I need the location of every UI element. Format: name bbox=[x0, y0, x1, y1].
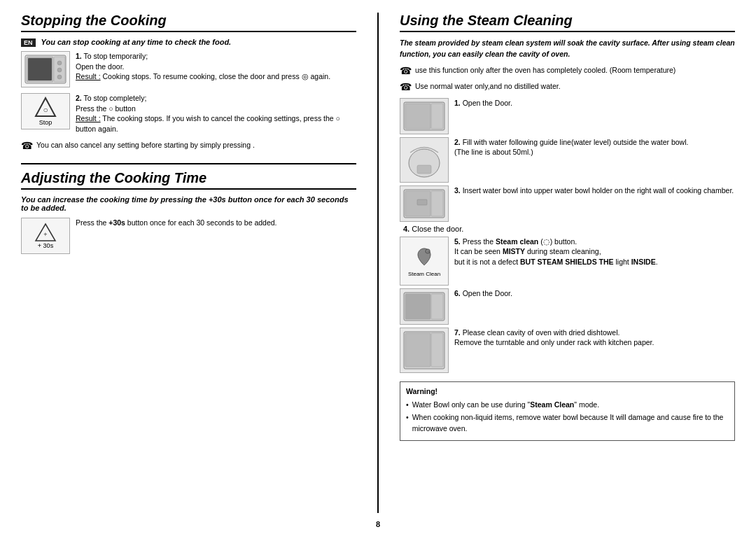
page: Stopping the Cooking EN You can stop coo… bbox=[0, 0, 756, 534]
svg-point-3 bbox=[57, 61, 62, 65]
phone-icon-r1: ☎ bbox=[400, 64, 412, 78]
svg-rect-15 bbox=[417, 165, 431, 174]
stopping-cooking-section: Stopping the Cooking EN You can stop coo… bbox=[21, 13, 356, 156]
step1-num: 1. bbox=[76, 52, 82, 60]
right-step7-text: 7. Please clean cavity of oven with drie… bbox=[454, 328, 735, 348]
plus30-row: + + 30s Press the +30s button once for e… bbox=[21, 218, 356, 254]
step2-row: ○ Stop 2. To stop completely;Press the ○… bbox=[21, 93, 356, 134]
right-step6-image bbox=[400, 288, 449, 325]
result1-label: Result : bbox=[76, 72, 101, 80]
plus30-text: Press the +30s button once for each 30 s… bbox=[76, 218, 356, 228]
plus30-label: + 30s bbox=[38, 242, 53, 249]
right-step3-text: 3. Insert water bowl into upper water bo… bbox=[454, 185, 735, 196]
svg-text:+: + bbox=[427, 249, 429, 253]
warning-item2: • When cooking non-liquid items, remove … bbox=[406, 412, 729, 435]
right-step1-num: 1. bbox=[454, 99, 461, 107]
stop-label: Stop bbox=[39, 119, 52, 126]
svg-rect-6 bbox=[28, 58, 52, 80]
stopping-subtitle: You can stop cooking at any time to chec… bbox=[41, 38, 232, 46]
right-step6: 6. Open the Door. bbox=[400, 288, 735, 325]
svg-rect-27 bbox=[431, 333, 443, 367]
phone-icon-r2: ☎ bbox=[400, 80, 412, 94]
result1-text: Cooking stops. To resume cooking, close … bbox=[103, 72, 331, 80]
adjusting-subtitle: You can increase the cooking time by pre… bbox=[21, 195, 349, 212]
right-step1-label: Open the Door. bbox=[463, 99, 512, 107]
warning-box: Warning! • Water Bowl only can be use du… bbox=[400, 381, 735, 441]
warning1-text: Water Bowl only can be use during "Steam… bbox=[412, 400, 599, 411]
right-step1-image bbox=[400, 98, 449, 134]
warning2-bullet: • bbox=[406, 412, 409, 435]
svg-text:○: ○ bbox=[43, 105, 48, 115]
steam-clean-image: + Steam Clean bbox=[400, 237, 449, 286]
svg-rect-26 bbox=[405, 333, 430, 367]
right-step3: 3. Insert water bowl into upper water bo… bbox=[400, 185, 735, 222]
right-step1-text: 1. Open the Door. bbox=[454, 98, 735, 108]
section-divider bbox=[21, 163, 356, 164]
bullet1-text: You can also cancel any setting before s… bbox=[36, 140, 255, 150]
warning-title: Warning! bbox=[406, 386, 729, 398]
right-bullet1-text: use this function only after the oven ha… bbox=[415, 65, 676, 76]
left-column: Stopping the Cooking EN You can stop coo… bbox=[21, 13, 356, 513]
warning-item1: • Water Bowl only can be use during "Ste… bbox=[406, 400, 729, 411]
result2-label: Result : bbox=[76, 114, 101, 122]
svg-rect-12 bbox=[405, 104, 430, 129]
en-badge: EN bbox=[21, 38, 36, 47]
right-step4-text: Close the door. bbox=[412, 225, 463, 233]
warning1-bullet: • bbox=[406, 400, 409, 411]
svg-rect-13 bbox=[431, 104, 443, 129]
right-step2-num: 2. bbox=[454, 138, 461, 146]
svg-rect-19 bbox=[417, 199, 427, 205]
svg-rect-23 bbox=[405, 294, 430, 319]
svg-text:+: + bbox=[43, 231, 47, 238]
step1-image bbox=[21, 51, 70, 87]
step1-text: 1. To stop temporarily;Open the door. Re… bbox=[76, 51, 356, 82]
right-step7-image bbox=[400, 328, 449, 373]
result2-text: The cooking stops. If you wish to cancel… bbox=[76, 114, 340, 133]
svg-point-4 bbox=[57, 68, 62, 72]
right-step5-text: 5. Press the Steam clean (◌) button. It … bbox=[454, 237, 735, 267]
right-step2-image bbox=[400, 137, 449, 183]
bullet-row: ☎ You can also cancel any setting before… bbox=[21, 140, 356, 153]
right-step7: 7. Please clean cavity of oven with drie… bbox=[400, 328, 735, 373]
step2-text: 2. To stop completely;Press the ○ button… bbox=[76, 93, 356, 134]
stop-image: ○ Stop bbox=[21, 93, 70, 129]
right-step6-label: Open the Door. bbox=[463, 289, 512, 297]
svg-rect-18 bbox=[431, 191, 443, 216]
page-number: 8 bbox=[0, 520, 756, 534]
plus30-image: + + 30s bbox=[21, 218, 70, 254]
stopping-cooking-title: Stopping the Cooking bbox=[21, 13, 356, 32]
step2-num: 2. bbox=[76, 94, 82, 102]
right-step5: + Steam Clean 5. Press the Steam clean (… bbox=[400, 237, 735, 286]
right-step4-num: 4. bbox=[403, 225, 410, 233]
right-column: Using the Steam Cleaning The steam provi… bbox=[400, 13, 735, 513]
right-step6-num: 6. bbox=[454, 289, 461, 297]
right-step3-image bbox=[400, 185, 449, 222]
right-step5-num: 5. bbox=[454, 237, 461, 246]
steam-clean-label: Steam Clean bbox=[408, 271, 440, 278]
warning2-text: When cooking non-liquid items, remove wa… bbox=[412, 412, 729, 435]
svg-rect-24 bbox=[431, 294, 443, 319]
right-bullet2-text: Use normal water only,and no distilled w… bbox=[415, 81, 561, 92]
steam-cleaning-title: Using the Steam Cleaning bbox=[400, 13, 735, 32]
column-divider bbox=[377, 13, 379, 513]
right-bullet2: ☎ Use normal water only,and no distilled… bbox=[400, 81, 735, 94]
right-step2-text: 2. Fill with water following guide line(… bbox=[454, 137, 735, 157]
right-step6-text: 6. Open the Door. bbox=[454, 288, 735, 299]
right-step7-num: 7. bbox=[454, 328, 461, 337]
right-step4: 4. Close the door. bbox=[403, 225, 735, 233]
adjusting-time-section: Adjusting the Cooking Time You can incre… bbox=[21, 170, 356, 260]
step1-row: 1. To stop temporarily;Open the door. Re… bbox=[21, 51, 356, 87]
phone-icon: ☎ bbox=[21, 139, 33, 153]
steam-intro: The steam provided by steam clean system… bbox=[400, 38, 735, 60]
right-step3-num: 3. bbox=[454, 186, 461, 195]
right-bullet1: ☎ use this function only after the oven … bbox=[400, 65, 735, 78]
right-step2: 2. Fill with water following guide line(… bbox=[400, 137, 735, 183]
right-step1: 1. Open the Door. bbox=[400, 98, 735, 134]
svg-point-5 bbox=[57, 75, 62, 79]
adjusting-time-title: Adjusting the Cooking Time bbox=[21, 170, 356, 190]
